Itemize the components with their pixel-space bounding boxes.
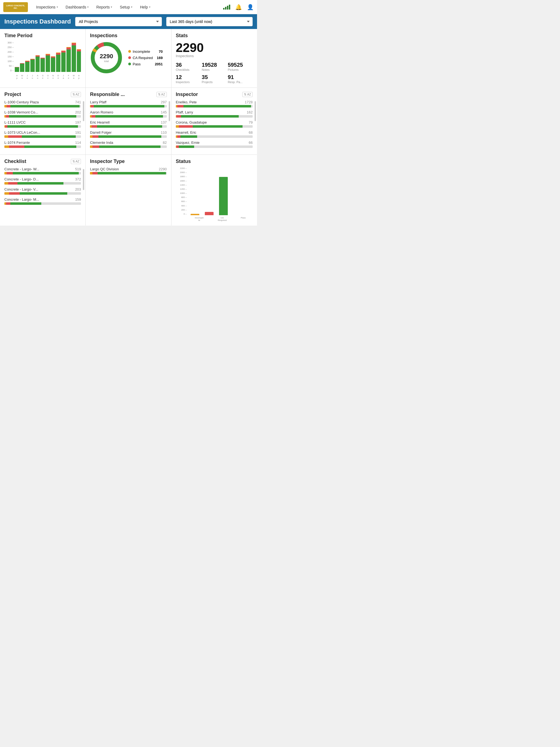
list-item: Eneliko, Pete1728 <box>176 100 253 107</box>
nav-inspections[interactable]: Inspections ▾ <box>32 0 62 14</box>
progress-bar <box>176 135 253 138</box>
logo: LARGO CONCRETE, INC. <box>3 2 28 12</box>
inspector-type-title: Inspector Type <box>90 159 167 164</box>
bar-pass <box>35 57 40 72</box>
nav-setup[interactable]: Setup ▾ <box>116 0 136 14</box>
bell-icon[interactable]: 🔔 <box>235 4 242 10</box>
responsible-scrollbar[interactable] <box>169 101 170 121</box>
list-item: Aaron Romero145 <box>90 110 167 118</box>
nav-reports[interactable]: Reports ▾ <box>93 0 116 14</box>
legend-dot <box>128 62 131 66</box>
inspector-list: Eneliko, Pete1728Pfaff, Larry162Corona, … <box>176 100 253 148</box>
status-y-labels: 2200 –2000 –1800 –1600 –1400 –1200 –1000… <box>176 167 187 215</box>
x-labels: A pM aJ uJ uA uS eO cN oD eJ aF eM aA p <box>15 75 81 80</box>
inspector-scrollbar[interactable] <box>255 101 256 121</box>
inspections-title: Inspections <box>90 33 167 38</box>
stats-grid: 36Checklists19528Notes59525Pictures12Ins… <box>176 62 253 84</box>
page-title: Inspections Dashboard <box>4 18 71 25</box>
stats-main-label: Inspections <box>176 54 253 58</box>
bar-group <box>15 41 19 72</box>
project-scrollbar[interactable] <box>83 101 84 121</box>
list-item: Larry Pfaff297 <box>90 100 167 107</box>
checklist-header: Checklist ⇅ AZ <box>4 159 81 164</box>
legend-item: CA Required169 <box>128 56 163 60</box>
bar-pass <box>25 62 29 72</box>
nav-help[interactable]: Help ▾ <box>136 0 154 14</box>
progress-bar <box>90 125 167 128</box>
progress-bar <box>4 172 81 175</box>
status-panel: Status 2200 –2000 –1800 –1600 –1400 –120… <box>172 155 257 226</box>
responsible-sort-btn[interactable]: ⇅ AZ <box>156 92 167 97</box>
y-labels: 300 –250 –200 –150 –100 –50 –0 – <box>4 41 14 72</box>
list-item: L-1074 Ferrante114 <box>4 140 81 148</box>
list-item: L-1000 Century Plaza741 <box>4 100 81 107</box>
list-item: L-1038 Vermont Co...202 <box>4 110 81 118</box>
signal-icon <box>223 5 230 9</box>
top-row: Time Period 300 –250 –200 –150 –100 –50 … <box>0 29 257 88</box>
inspections-panel: Inspections 2290 total <box>85 29 171 87</box>
inspector-type-header: Inspector Type <box>90 159 167 164</box>
list-item: L-1073 UCLA LeCon...191 <box>4 130 81 138</box>
list-item: Clemente Inda82 <box>90 140 167 148</box>
progress-bar <box>4 125 81 128</box>
list-item: Eric Hearrell137 <box>90 120 167 128</box>
nav-icons: 🔔 👤 <box>223 4 254 10</box>
checklist-panel: Checklist ⇅ AZ Concrete - Largo- W...519… <box>0 155 85 226</box>
bar-group <box>67 41 71 72</box>
project-title: Project <box>4 92 71 97</box>
inspections-chevron-icon: ▾ <box>57 5 58 8</box>
progress-bar <box>4 202 81 205</box>
status-bar-col <box>205 212 213 215</box>
responsible-list: Larry Pfaff297Aaron Romero145Eric Hearre… <box>90 100 167 148</box>
bar-pass <box>15 67 19 72</box>
bar-pass <box>51 58 55 72</box>
inspector-panel: Inspector ⇅ AZ Eneliko, Pete1728Pfaff, L… <box>172 88 257 154</box>
stats-panel: Stats 2290 Inspections 36Checklists19528… <box>172 29 257 87</box>
user-icon[interactable]: 👤 <box>247 4 254 10</box>
inspector-sort-btn[interactable]: ⇅ AZ <box>242 92 253 97</box>
legend-dot <box>128 56 131 59</box>
status-chart: 2200 –2000 –1800 –1600 –1400 –1200 –1000… <box>176 167 253 222</box>
bar-group <box>25 41 29 72</box>
list-item: Hearrell, Eric68 <box>176 130 253 138</box>
progress-bar <box>4 135 81 138</box>
bar-pass <box>46 55 50 72</box>
responsible-title: Responsible ... <box>90 92 156 97</box>
progress-bar <box>4 182 81 185</box>
status-bars-area <box>188 167 253 215</box>
bar-group <box>77 41 81 72</box>
nav-dashboards[interactable]: Dashboards ▾ <box>62 0 93 14</box>
status-bar-col <box>219 177 228 215</box>
checklist-scrollbar[interactable] <box>83 169 84 190</box>
progress-bar <box>90 105 167 107</box>
bar-group <box>30 41 35 72</box>
inspector-title: Inspector <box>176 92 243 97</box>
checklist-sort-btn[interactable]: ⇅ AZ <box>71 159 81 164</box>
stat-item: 35Projects <box>202 74 227 84</box>
list-item: Vazquez, Ernie66 <box>176 140 253 148</box>
bar-group <box>46 41 50 72</box>
progress-bar <box>176 125 253 128</box>
setup-chevron-icon: ▾ <box>131 5 132 8</box>
progress-bar <box>4 192 81 195</box>
bar-pass <box>41 58 45 72</box>
stats-title: Stats <box>176 33 253 38</box>
date-filter[interactable]: Last 365 days (until now) <box>166 17 253 26</box>
inspections-content: 2290 total Incomplete70CA Required169Pas… <box>90 41 167 74</box>
status-bar-rect <box>205 212 213 215</box>
list-item: Concrete - Largo- M...159 <box>4 198 81 205</box>
bar-pass <box>61 52 66 72</box>
list-item: Darrell Folger110 <box>90 130 167 138</box>
bar-group <box>51 41 55 72</box>
bar-pass <box>72 45 76 72</box>
bottom-row: Checklist ⇅ AZ Concrete - Largo- W...519… <box>0 155 257 226</box>
stat-item: 12Inspectors <box>176 74 201 84</box>
stat-item: 36Checklists <box>176 62 201 71</box>
progress-bar <box>176 146 253 148</box>
checklist-title: Checklist <box>4 159 71 164</box>
list-item: Corona, Guadalupe79 <box>176 120 253 128</box>
bar-group <box>61 41 66 72</box>
list-item: Concrete - Largo- W...519 <box>4 167 81 175</box>
project-filter[interactable]: All Projects <box>75 17 161 26</box>
project-sort-btn[interactable]: ⇅ AZ <box>71 92 81 97</box>
